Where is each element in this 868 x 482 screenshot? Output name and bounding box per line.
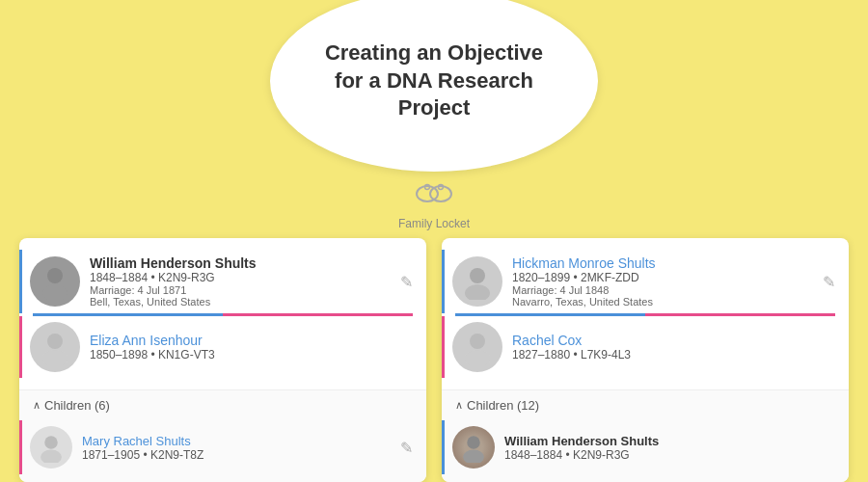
wife-info-left: Eliza Ann Isenhour 1850–1898 • KN1G-VT3 (90, 333, 413, 362)
child-edit-left-0[interactable]: ✎ (400, 439, 413, 457)
children-arrow-left[interactable]: ∧ (33, 399, 41, 412)
logo-label: Family Locket (398, 217, 470, 230)
child-avatar-right-0 (452, 426, 495, 469)
children-section-left: ∧ Children (6) Mary Rachel Shults 1871–1… (19, 390, 426, 482)
child-row-right-0: William Henderson Shults 1848–1884 • K2N… (442, 420, 835, 474)
main-title: Creating an Objective for a DNA Research… (325, 40, 543, 122)
husband-location-left: Bell, Texas, United States (90, 296, 413, 308)
children-arrow-right[interactable]: ∧ (455, 399, 463, 412)
child-info-left-0: Mary Rachel Shults 1871–1905 • K2N9-T8Z (82, 434, 203, 462)
title-bubble: Creating an Objective for a DNA Research… (270, 0, 598, 172)
svg-point-13 (465, 350, 490, 365)
husband-marriage-left: Marriage: 4 Jul 1871 (90, 284, 413, 296)
wife-avatar-right (452, 322, 502, 372)
svg-point-11 (465, 284, 490, 300)
wife-dates-left: 1850–1898 • KN1G-VT3 (90, 348, 413, 362)
husband-name-left: William Henderson Shults (90, 255, 413, 271)
child-dates-left-0: 1871–1905 • K2N9-T8Z (82, 448, 203, 462)
svg-point-12 (470, 334, 485, 349)
children-label-left: Children (6) (44, 398, 110, 413)
svg-point-14 (467, 436, 479, 448)
couple-section-right: Hickman Monroe Shults 1820–1899 • 2MKF-Z… (442, 238, 849, 390)
husband-row-left: William Henderson Shults 1848–1884 • K2N… (19, 250, 413, 313)
child-avatar-left-0 (30, 426, 72, 469)
svg-point-9 (41, 450, 62, 463)
svg-point-3 (439, 185, 444, 190)
svg-point-15 (463, 450, 484, 463)
svg-point-1 (430, 186, 451, 201)
svg-point-2 (425, 185, 430, 190)
cards-row: William Henderson Shults 1848–1884 • K2N… (0, 238, 868, 482)
children-section-right: ∧ Children (12) William Henderson Shults… (442, 390, 849, 482)
logo-area: Family Locket (398, 179, 470, 230)
husband-avatar-right (452, 256, 502, 307)
child-row-left-0: Mary Rachel Shults 1871–1905 • K2N9-T8Z … (19, 420, 413, 474)
wife-info-right: Rachel Cox 1827–1880 • L7K9-4L3 (512, 333, 835, 362)
wife-avatar-left (30, 322, 80, 372)
child-dates-right-0: 1848–1884 • K2N9-R3G (504, 448, 659, 462)
husband-row-right: Hickman Monroe Shults 1820–1899 • 2MKF-Z… (442, 250, 835, 313)
husband-edit-left[interactable]: ✎ (400, 273, 413, 291)
husband-dates-left: 1848–1884 • K2N9-R3G (90, 271, 413, 284)
logo-icon (415, 179, 453, 215)
children-label-right: Children (12) (467, 398, 539, 413)
couple-section-left: William Henderson Shults 1848–1884 • K2N… (19, 238, 426, 390)
husband-info-right: Hickman Monroe Shults 1820–1899 • 2MKF-Z… (512, 255, 835, 308)
children-header-right: ∧ Children (12) (455, 398, 835, 413)
wife-row-left: Eliza Ann Isenhour 1850–1898 • KN1G-VT3 (19, 316, 413, 378)
husband-avatar-left (30, 256, 80, 307)
wife-name-left[interactable]: Eliza Ann Isenhour (90, 333, 413, 348)
child-name-left-0[interactable]: Mary Rachel Shults (82, 434, 203, 448)
svg-point-10 (470, 268, 485, 283)
husband-marriage-right: Marriage: 4 Jul 1848 (512, 284, 835, 296)
husband-location-right: Navarro, Texas, United States (512, 296, 835, 308)
svg-point-7 (42, 350, 68, 365)
svg-point-6 (47, 334, 63, 349)
svg-point-4 (47, 268, 63, 283)
content-area: Creating an Objective for a DNA Research… (0, 0, 868, 482)
wife-dates-right: 1827–1880 • L7K9-4L3 (512, 348, 835, 362)
family-card-left: William Henderson Shults 1848–1884 • K2N… (19, 238, 426, 482)
husband-dates-right: 1820–1899 • 2MKF-ZDD (512, 271, 835, 284)
child-name-right-0[interactable]: William Henderson Shults (504, 434, 659, 448)
husband-edit-right[interactable]: ✎ (823, 273, 835, 291)
children-header-left: ∧ Children (6) (33, 398, 413, 413)
wife-name-right[interactable]: Rachel Cox (512, 333, 835, 348)
husband-name-right[interactable]: Hickman Monroe Shults (512, 255, 835, 271)
child-info-right-0: William Henderson Shults 1848–1884 • K2N… (504, 434, 659, 462)
svg-point-5 (42, 284, 68, 300)
wife-row-right: Rachel Cox 1827–1880 • L7K9-4L3 (442, 316, 835, 378)
husband-info-left: William Henderson Shults 1848–1884 • K2N… (90, 255, 413, 308)
svg-point-8 (44, 436, 57, 448)
family-card-right: Hickman Monroe Shults 1820–1899 • 2MKF-Z… (442, 238, 849, 482)
